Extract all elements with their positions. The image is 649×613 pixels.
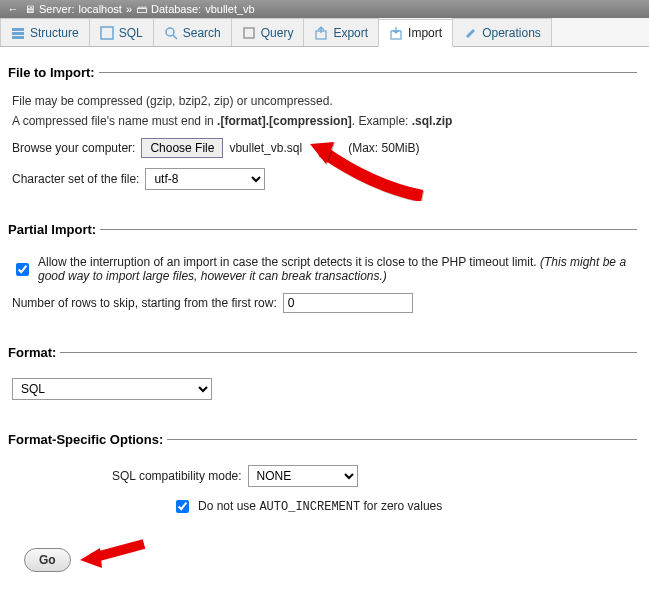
format-options-section: Format-Specific Options: SQL compatibili… (12, 432, 637, 530)
partial-import-legend: Partial Import: (8, 222, 100, 237)
database-value[interactable]: vbullet_vb (205, 3, 255, 15)
tab-label: Import (408, 26, 442, 40)
tab-bar: Structure SQL Search Query Export Import (0, 18, 649, 47)
structure-icon (11, 26, 25, 40)
query-icon (242, 26, 256, 40)
export-icon (314, 26, 328, 40)
format-section: Format: SQL (12, 345, 637, 414)
main-content: File to Import: File may be compressed (… (0, 47, 649, 602)
interrupt-checkbox[interactable] (16, 263, 29, 276)
svg-marker-10 (80, 548, 102, 568)
search-icon (164, 26, 178, 40)
partial-import-section: Partial Import: Allow the interruption o… (12, 222, 637, 327)
skip-rows-input[interactable] (283, 293, 413, 313)
tab-export[interactable]: Export (303, 18, 379, 46)
tab-label: Operations (482, 26, 541, 40)
browse-row: Browse your computer: Choose File vbulle… (12, 138, 637, 158)
charset-label: Character set of the file: (12, 172, 139, 186)
go-button[interactable]: Go (24, 548, 71, 572)
operations-icon (463, 26, 477, 40)
browse-label: Browse your computer: (12, 141, 135, 155)
tab-label: Export (333, 26, 368, 40)
format-row: SQL (12, 378, 637, 400)
compat-label: SQL compatibility mode: (112, 469, 242, 483)
svg-rect-0 (12, 28, 24, 31)
tab-label: Search (183, 26, 221, 40)
tab-search[interactable]: Search (153, 18, 232, 46)
tab-label: Query (261, 26, 294, 40)
format-legend: Format: (8, 345, 60, 360)
back-arrow-icon[interactable]: ← (6, 3, 20, 15)
charset-row: Character set of the file: utf-8 (12, 168, 637, 190)
file-import-section: File to Import: File may be compressed (… (12, 65, 637, 204)
interrupt-label: Allow the interruption of an import in c… (38, 255, 637, 283)
server-label: Server: (39, 3, 74, 15)
sql-icon (100, 26, 114, 40)
database-label: Database: (151, 3, 201, 15)
submit-row: Go (24, 548, 637, 572)
svg-point-4 (166, 28, 174, 36)
chosen-filename: vbullet_vb.sql (229, 141, 302, 155)
svg-line-5 (173, 35, 177, 39)
autoinc-label: Do not use AUTO_INCREMENT for zero value… (198, 499, 442, 514)
tab-sql[interactable]: SQL (89, 18, 154, 46)
format-select[interactable]: SQL (12, 378, 212, 400)
compat-row: SQL compatibility mode: NONE (12, 465, 637, 487)
breadcrumb: ← 🖥 Server: localhost » 🗃 Database: vbul… (0, 0, 649, 18)
choose-file-button[interactable]: Choose File (141, 138, 223, 158)
svg-marker-9 (310, 142, 334, 164)
autoinc-checkbox[interactable] (176, 500, 189, 513)
tab-label: Structure (30, 26, 79, 40)
server-icon: 🖥 (24, 3, 35, 15)
tab-operations[interactable]: Operations (452, 18, 552, 46)
svg-rect-1 (12, 32, 24, 35)
file-import-desc2: A compressed file's name must end in .[f… (12, 114, 637, 128)
file-import-legend: File to Import: (8, 65, 99, 80)
max-size-label: (Max: 50MiB) (348, 141, 419, 155)
svg-rect-6 (244, 28, 254, 38)
file-import-desc1: File may be compressed (gzip, bzip2, zip… (12, 94, 637, 108)
server-value[interactable]: localhost (78, 3, 121, 15)
interrupt-row: Allow the interruption of an import in c… (12, 255, 637, 283)
charset-select[interactable]: utf-8 (145, 168, 265, 190)
svg-rect-2 (12, 36, 24, 39)
tab-label: SQL (119, 26, 143, 40)
skip-rows-label: Number of rows to skip, starting from th… (12, 296, 277, 310)
autoinc-row: Do not use AUTO_INCREMENT for zero value… (12, 497, 637, 516)
tab-structure[interactable]: Structure (0, 18, 90, 46)
import-icon (389, 26, 403, 40)
breadcrumb-separator: » (126, 3, 132, 15)
compat-select[interactable]: NONE (248, 465, 358, 487)
svg-rect-3 (101, 27, 113, 39)
annotation-arrow-icon (74, 536, 154, 576)
skip-rows-row: Number of rows to skip, starting from th… (12, 293, 637, 313)
tab-query[interactable]: Query (231, 18, 305, 46)
format-options-legend: Format-Specific Options: (8, 432, 167, 447)
tab-import[interactable]: Import (378, 19, 453, 47)
database-icon: 🗃 (136, 3, 147, 15)
